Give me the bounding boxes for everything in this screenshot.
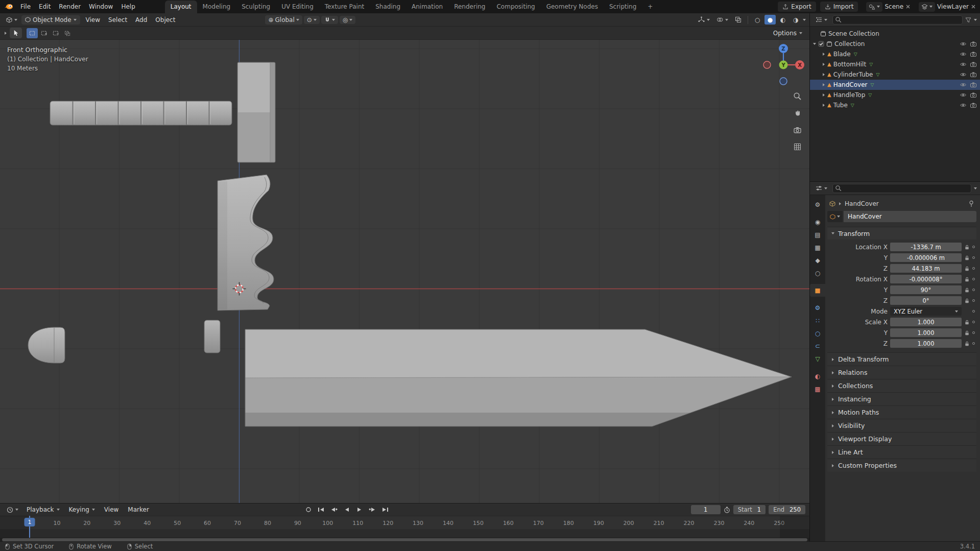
animate-dot[interactable] (972, 246, 975, 248)
play-button[interactable] (354, 506, 366, 514)
keying-menu[interactable]: Keying (65, 505, 99, 514)
play-reverse-button[interactable] (341, 506, 353, 514)
blade[interactable] (245, 329, 792, 426)
workspace-tab[interactable]: Modeling (197, 1, 236, 13)
eye-icon[interactable] (960, 51, 967, 58)
shading-wireframe-button[interactable]: ○ (752, 15, 763, 25)
workspace-tab[interactable]: Geometry Nodes (541, 1, 604, 13)
number-field[interactable]: 1.000 (890, 339, 962, 348)
particles-tab[interactable]: ∷ (810, 314, 825, 327)
lock-icon[interactable] (964, 276, 970, 282)
workspace-tab[interactable]: Scripting (604, 1, 642, 13)
render-camera-icon[interactable] (970, 102, 977, 109)
material-tab[interactable]: ◐ (810, 370, 825, 382)
rotation-mode-dropdown[interactable]: XYZ Euler (890, 307, 962, 316)
handle-segments[interactable] (50, 101, 232, 125)
shading-solid-button[interactable]: ● (764, 15, 776, 25)
workspace-tab[interactable]: Animation (406, 1, 448, 13)
viewlayer-dropdown[interactable] (919, 2, 935, 12)
disclosure-closed-icon[interactable] (823, 73, 825, 76)
shading-material-button[interactable]: ◐ (777, 15, 788, 25)
eye-icon[interactable] (960, 61, 967, 68)
proportional-editing-controls[interactable]: ◎ (340, 16, 355, 24)
number-field[interactable]: -1336.7 m (890, 243, 962, 251)
modifiers-tab[interactable]: ⚙ (810, 301, 825, 314)
collapsed-panel-header[interactable]: Visibility (827, 419, 976, 432)
object-name-field[interactable]: HandCover (844, 211, 976, 222)
options-button[interactable]: Options (770, 29, 805, 38)
outliner-editor-selector[interactable] (813, 15, 830, 24)
viewlayer-name[interactable]: ViewLayer (937, 3, 969, 10)
render-camera-icon[interactable] (970, 51, 977, 58)
viewport-menu-item[interactable]: View (82, 15, 104, 25)
lock-icon[interactable] (964, 255, 970, 261)
number-field[interactable]: -0.000008° (890, 275, 962, 283)
workspace-tab[interactable]: UV Editing (276, 1, 319, 13)
start-frame-field[interactable]: Start1 (733, 505, 766, 514)
collapsed-panel-header[interactable]: Collections (827, 379, 976, 392)
outliner-item[interactable]: ▲ Tube ▽ (810, 100, 980, 110)
stopwatch-icon[interactable] (724, 507, 730, 513)
collection-row[interactable]: Collection (810, 39, 980, 49)
current-frame-field[interactable]: 1 (691, 505, 721, 514)
lock-icon[interactable] (964, 330, 970, 336)
next-keyframe-button[interactable] (367, 506, 378, 514)
marker-menu[interactable]: Marker (124, 505, 152, 514)
timeline-editor-selector[interactable] (4, 506, 21, 514)
viewport-menu-item[interactable]: Select (104, 15, 131, 25)
animate-dot[interactable] (972, 289, 975, 291)
workspace-tab[interactable]: Layout (165, 1, 197, 13)
jump-to-start-button[interactable] (316, 506, 327, 514)
pin-icon[interactable] (968, 200, 974, 207)
viewport-canvas[interactable] (0, 40, 809, 503)
toolbar-expand-icon[interactable] (5, 32, 7, 35)
disclosure-open-icon[interactable] (813, 43, 816, 45)
render-camera-icon[interactable] (970, 91, 977, 99)
collapsed-panel-header[interactable]: Viewport Display (827, 432, 976, 445)
filter-icon[interactable] (965, 17, 971, 23)
playback-menu[interactable]: Playback (23, 505, 63, 514)
eye-icon[interactable] (960, 81, 967, 88)
scene-name[interactable]: Scene (885, 3, 903, 10)
collapsed-panel-header[interactable]: Relations (827, 366, 976, 379)
auto-keying-button[interactable] (303, 506, 315, 514)
eye-icon[interactable] (960, 102, 967, 109)
collapsed-panel-header[interactable]: Motion Paths (827, 405, 976, 419)
scene-unlink-icon[interactable] (905, 4, 911, 9)
shading-dropdown-icon[interactable] (803, 19, 806, 21)
render-camera-icon[interactable] (970, 40, 977, 47)
select-extend-button[interactable] (38, 28, 50, 38)
animate-dot[interactable] (972, 321, 975, 323)
number-field[interactable]: 90° (890, 285, 962, 294)
transform-panel-header[interactable]: Transform (827, 227, 976, 239)
select-intersect-button[interactable] (62, 28, 73, 38)
topbar-menu-item[interactable]: Edit (35, 2, 55, 12)
active-tool-button[interactable] (10, 28, 22, 38)
physics-tab[interactable]: ○ (810, 327, 825, 340)
playhead-badge[interactable]: 1 (25, 518, 35, 526)
disclosure-closed-icon[interactable] (823, 53, 825, 56)
workspace-tab[interactable]: Texture Paint (319, 1, 370, 13)
render-camera-icon[interactable] (970, 81, 977, 88)
outliner-item[interactable]: ▲ CylinderTube ▽ (810, 69, 980, 80)
pommel-cap[interactable] (28, 327, 65, 363)
zoom-button[interactable] (792, 91, 802, 101)
import-button[interactable]: Import (820, 2, 858, 12)
topbar-menu-item[interactable]: File (16, 2, 35, 12)
handle-piece[interactable] (204, 320, 220, 353)
outliner-item[interactable]: ▲ Blade ▽ (810, 49, 980, 59)
eye-icon[interactable] (960, 91, 967, 99)
number-field[interactable]: -0.000006 m (890, 253, 962, 262)
disclosure-closed-icon[interactable] (823, 93, 825, 97)
object-id-icon-button[interactable] (827, 211, 843, 222)
lock-icon[interactable] (964, 266, 970, 272)
lock-icon[interactable] (964, 244, 970, 250)
jump-to-end-button[interactable] (379, 506, 391, 514)
eye-icon[interactable] (960, 40, 967, 47)
checkbox-icon[interactable] (818, 41, 824, 47)
view-menu[interactable]: View (101, 505, 122, 514)
snap-controls[interactable] (321, 16, 338, 24)
number-field[interactable]: 0° (890, 296, 962, 305)
disclosure-closed-icon[interactable] (823, 104, 825, 107)
prev-keyframe-button[interactable] (328, 506, 340, 514)
